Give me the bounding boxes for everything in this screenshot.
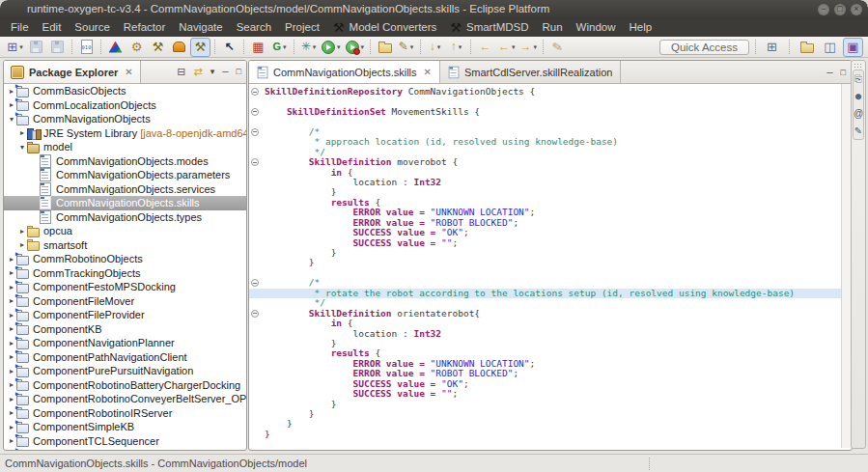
tree-item-commnavigationobjects-modes[interactable]: CommNavigationObjects.modes xyxy=(4,154,246,169)
quick-access-button[interactable]: Quick Access xyxy=(659,40,749,55)
new-wizard-dropdown-icon[interactable]: ▾ xyxy=(18,43,23,50)
last-edit-location-button[interactable]: ← xyxy=(475,38,495,57)
code-line[interactable]: location : Int32 xyxy=(265,178,842,187)
fold-collapse-icon[interactable] xyxy=(251,108,259,116)
code-line[interactable]: } xyxy=(265,430,842,439)
run-dropdown-icon[interactable]: ▾ xyxy=(336,43,341,50)
save-button[interactable] xyxy=(26,38,46,57)
close-icon[interactable]: ✕ xyxy=(422,67,432,77)
tree-item-componenttclsequencer[interactable]: ▸▸ComponentTCLSequencer xyxy=(4,434,246,449)
annotate-brush-button[interactable]: ✎▾ xyxy=(396,38,416,57)
tree-item-commnavigationobjects[interactable]: ▾▸CommNavigationObjects xyxy=(4,112,246,126)
menu-source[interactable]: Source xyxy=(68,18,116,37)
code-editor[interactable]: SkillDefinitionRepository CommNavigation… xyxy=(249,84,842,448)
external-tools-dropdown-icon[interactable]: ▾ xyxy=(360,43,365,50)
code-line[interactable] xyxy=(265,268,842,278)
code-line[interactable]: SkillDefinitionSet MovementSkills { xyxy=(265,107,842,117)
tree-item-commbasicobjects[interactable]: ▸▸CommBasicObjects xyxy=(4,84,246,98)
code-line[interactable]: location : Int32 xyxy=(265,329,842,339)
code-line[interactable]: } xyxy=(265,400,842,409)
minimized-view-edit-icon[interactable]: ✎ xyxy=(854,125,862,136)
generate-refresh-button[interactable]: G▾ xyxy=(269,38,290,57)
tree-item-componentrobotinobatterychargerdocking[interactable]: ▸▸ComponentRobotinoBatteryChargerDocking xyxy=(4,378,246,393)
code-line[interactable]: } xyxy=(265,409,842,419)
tree-item-commlocalizationobjects[interactable]: ▸▸CommLocalizationObjects xyxy=(4,98,246,113)
open-perspective-button[interactable]: ⊞ xyxy=(762,38,782,57)
minimize-view-icon[interactable]: ─ xyxy=(222,67,228,77)
perspective-modeling-button[interactable]: ◫ xyxy=(820,38,840,57)
build-tools-button[interactable]: ⚒ xyxy=(148,38,168,57)
code-line[interactable]: } xyxy=(265,419,842,429)
menu-model-converters[interactable]: ⚒Model Converters xyxy=(326,18,443,37)
maximize-editor-icon[interactable]: □ xyxy=(841,68,846,77)
external-tools-button[interactable]: ▾ xyxy=(344,38,367,57)
tree-item-commnavigationobjects-types[interactable]: CommNavigationObjects.types xyxy=(4,210,246,225)
close-button[interactable]: × xyxy=(851,4,862,15)
open-element-button[interactable] xyxy=(375,38,395,57)
code-line[interactable]: SUCCESS value = ""; xyxy=(265,389,842,399)
menu-refactor[interactable]: Refactor xyxy=(117,18,172,37)
drag-handle[interactable] xyxy=(854,64,862,68)
menu-smartmdsd[interactable]: ⚒SmartMDSD xyxy=(443,18,535,37)
tree-item-item[interactable]: ▸▸ xyxy=(4,448,246,450)
tree-item-commnavigationobjects-skills[interactable]: CommNavigationObjects.skills xyxy=(4,196,246,210)
tree-item-componentsimplekb[interactable]: ▸▸ComponentSimpleKB xyxy=(4,420,246,434)
tree-item-commnavigationobjects-parameters[interactable]: CommNavigationObjects.parameters xyxy=(4,168,246,182)
save-all-button[interactable] xyxy=(47,38,68,57)
minimize-button[interactable]: − xyxy=(818,4,829,15)
smartmdsd-build-button[interactable] xyxy=(105,38,126,57)
build-tools-toggle-button[interactable]: ⚒ xyxy=(190,38,210,57)
tree-item-commrobotinoobjects[interactable]: ▸▸CommRobotinoObjects xyxy=(4,252,246,266)
tree-item-opcua[interactable]: ▸opcua xyxy=(4,224,246,238)
tree-collapsed-arrow-icon[interactable]: ▸ xyxy=(17,240,27,249)
tree-item-componentfileprovider[interactable]: ▸▸ComponentFileProvider xyxy=(4,308,246,322)
tree-item-commnavigationobjects-services[interactable]: CommNavigationObjects.services xyxy=(4,182,246,197)
next-annotation-button[interactable]: ↓▾ xyxy=(425,38,445,57)
previous-annotation-button[interactable]: ↑▾ xyxy=(446,38,466,57)
generate-refresh-dropdown-icon[interactable]: ▾ xyxy=(282,43,287,50)
run-button[interactable]: ▾ xyxy=(320,38,343,57)
minimize-editor-icon[interactable]: ─ xyxy=(826,68,832,77)
tab-smartcdlserver-skillrealization[interactable]: SmartCdlServer.skillRealization xyxy=(440,61,621,83)
view-menu-icon[interactable]: ▾ xyxy=(210,67,215,77)
tree-item-componentpathnavigationclient[interactable]: ▸▸ComponentPathNavigationClient xyxy=(4,350,246,365)
fold-collapse-icon[interactable] xyxy=(251,158,259,166)
tree-item-componentkb[interactable]: ▸▸ComponentKB xyxy=(4,322,246,337)
tree-item-jre-system-library[interactable]: ▸JRE System Library[java-8-openjdk-amd64… xyxy=(4,126,246,141)
tree-item-componentrobotinoirserver[interactable]: ▸▸ComponentRobotinoIRServer xyxy=(4,406,246,421)
robot-deploy-button[interactable] xyxy=(169,38,189,57)
collapse-all-icon[interactable]: ⊟ xyxy=(177,67,185,77)
menu-run[interactable]: Run xyxy=(536,18,570,37)
minimized-view-tasks-icon[interactable]: ☻ xyxy=(854,91,864,101)
debug-dropdown-icon[interactable]: ▾ xyxy=(312,43,317,50)
tree-item-commtrackingobjects[interactable]: ▸▸CommTrackingObjects xyxy=(4,266,246,281)
menu-navigate[interactable]: Navigate xyxy=(172,18,229,37)
code-line-highlighted[interactable]: * rotate the robot according to the loca… xyxy=(249,289,842,298)
new-wizard-button[interactable]: ⊞▾ xyxy=(5,38,25,57)
generate-code-button[interactable]: 010 xyxy=(76,38,97,57)
tree-expanded-arrow-icon[interactable]: ▾ xyxy=(17,143,27,152)
perspective-resource-button[interactable] xyxy=(797,38,817,57)
code-line[interactable]: SkillDefinitionRepository CommNavigation… xyxy=(265,87,842,97)
link-with-editor-icon[interactable]: ⇄ xyxy=(193,67,202,77)
tree-collapsed-arrow-icon[interactable]: ▸ xyxy=(17,128,27,137)
tab-commnavigationobjects-skills[interactable]: CommNavigationObjects.skills✕ xyxy=(249,61,440,83)
menu-file[interactable]: File xyxy=(4,18,36,37)
next-annotation-dropdown-icon[interactable]: ▾ xyxy=(436,43,441,50)
code-line[interactable] xyxy=(265,117,842,126)
back-history-dropdown-icon[interactable]: ▾ xyxy=(511,43,516,50)
close-icon[interactable]: ✕ xyxy=(123,67,132,77)
menu-window[interactable]: Window xyxy=(570,18,623,37)
menu-help[interactable]: Help xyxy=(623,18,659,37)
annotate-brush-dropdown-icon[interactable]: ▾ xyxy=(409,43,414,50)
menu-project[interactable]: Project xyxy=(278,18,326,37)
select-pointer-button[interactable]: ↖ xyxy=(219,38,239,57)
tree-item-componentfestompsdocking[interactable]: ▸▸ComponentFestoMPSDocking xyxy=(4,280,246,294)
fold-collapse-icon[interactable] xyxy=(251,279,259,287)
tree-item-componentrobotinoconveyerbeltserver-opcu[interactable]: ▸▸ComponentRobotinoConveyerBeltServer_OP… xyxy=(4,392,246,406)
forward-history-dropdown-icon[interactable]: ▾ xyxy=(533,43,538,50)
minimized-view-annotations-icon[interactable]: @ xyxy=(854,108,863,119)
component-gears-button[interactable]: ⚙ xyxy=(126,38,147,57)
mark-occurrences-button[interactable]: ✎ xyxy=(547,38,568,57)
maximize-view-icon[interactable]: □ xyxy=(237,67,241,77)
